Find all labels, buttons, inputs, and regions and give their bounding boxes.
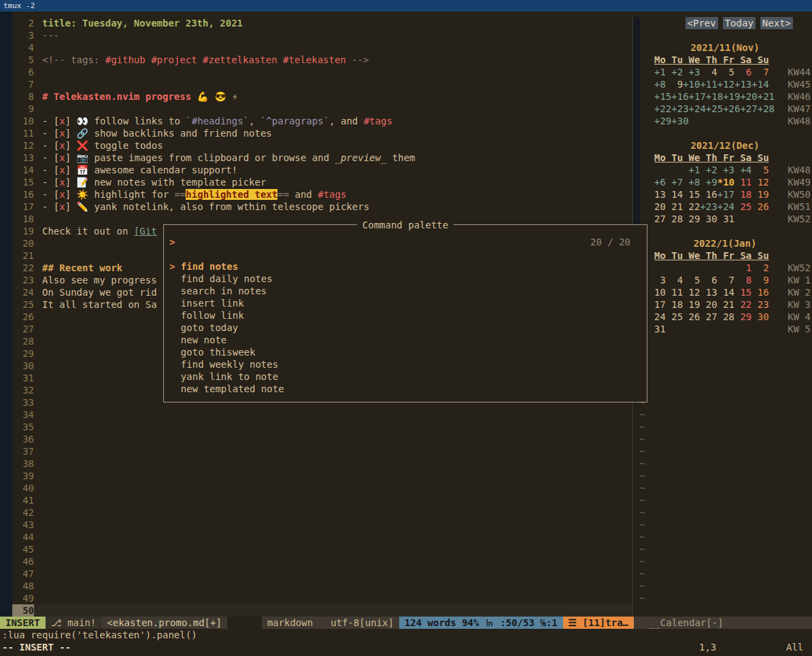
editor-line[interactable]: 12- [x] ❌ toggle todos — [12, 139, 632, 152]
palette-item[interactable]: follow link — [164, 309, 647, 322]
line-number: 10 — [12, 115, 34, 127]
calendar-days[interactable]: 1 2 — [654, 262, 769, 274]
calendar-days[interactable]: 24 25 26 27 28 29 30 — [654, 311, 769, 323]
editor-line[interactable]: 46 — [12, 555, 632, 568]
editor-line[interactable]: 34 — [12, 409, 632, 421]
calendar-week-row[interactable]: 27 28 29 30 31KW52 — [638, 213, 812, 225]
prev-button[interactable]: <Prev — [686, 17, 718, 29]
editor-line[interactable]: 10- [x] 👀 follow links to `#headings`, `… — [12, 115, 632, 127]
calendar-week-row[interactable]: 13 14 15 16+17 18 19KW50 — [638, 188, 812, 201]
editor-line[interactable]: 18 — [12, 213, 632, 225]
palette-item[interactable]: yank link to note — [164, 370, 647, 383]
editor-line[interactable]: 39 — [12, 470, 632, 482]
editor-line[interactable]: 16- [x] ☀️ highlight for ==highlighted t… — [12, 188, 632, 201]
line-number: 5 — [12, 54, 34, 66]
line-number: 27 — [12, 323, 34, 335]
editor-line[interactable]: 36 — [12, 433, 632, 445]
today-button[interactable]: Today — [723, 17, 756, 29]
palette-item[interactable]: > find notes — [164, 260, 647, 273]
calendar-days[interactable]: 13 14 15 16+17 18 19 — [654, 188, 769, 201]
palette-item-label: goto thisweek — [181, 347, 256, 358]
text-segment: 4 5 — [700, 67, 734, 77]
calendar-week-row[interactable]: +1 +2 +3 +4 5KW48 — [638, 164, 812, 176]
editor-line[interactable]: 2title: Tuesday, November 23th, 2021 — [12, 17, 632, 29]
calendar-week-row[interactable]: 3 4 5 6 7 8 9KW 1 — [638, 274, 812, 286]
calendar-days[interactable]: +15+16+17+18+19+20+21 — [654, 90, 775, 103]
item-indent — [169, 359, 181, 370]
calendar-week-row[interactable]: +15+16+17+18+19+20+21KW46 — [638, 90, 812, 103]
calendar-days[interactable]: +22+23+24+25+26+27+28 — [654, 103, 775, 115]
palette-item[interactable]: search in notes — [164, 285, 647, 297]
editor-line[interactable]: 3--- — [12, 29, 632, 41]
calendar-week-row[interactable]: +6 +7 +8 +9*10 11 12KW49 — [638, 176, 812, 188]
editor-line[interactable]: 5<!-- tags: #github #project #zettelkast… — [12, 54, 632, 66]
editor-line[interactable]: 50 — [12, 604, 632, 617]
calendar-days[interactable]: 17 18 19 20 21 22 23 — [654, 298, 769, 311]
empty-line-tilde: ~ — [638, 445, 812, 458]
editor-line[interactable]: 4 — [12, 41, 632, 54]
calendar-days[interactable]: 10 11 12 13 14 15 16 — [654, 286, 769, 298]
editor-line[interactable]: 37 — [12, 445, 632, 458]
line-text: It all started on Sa — [42, 298, 157, 311]
editor-line[interactable]: 6 — [12, 66, 632, 78]
calendar-days[interactable]: 31 — [654, 323, 666, 335]
palette-item[interactable]: goto today — [164, 322, 647, 334]
editor-line[interactable]: 7 — [12, 78, 632, 90]
editor-line[interactable]: 11- [x] 🔗 show backlinks and friend note… — [12, 127, 632, 139]
palette-item[interactable]: insert link — [164, 297, 647, 309]
palette-item[interactable]: goto thisweek — [164, 346, 647, 358]
text-segment: 13 14 15 16 — [654, 189, 717, 200]
command-line[interactable]: :lua require('telekasten').panel() — [0, 629, 812, 641]
calendar-week-row[interactable]: +22+23+24+25+26+27+28KW47 — [638, 103, 812, 115]
palette-prompt[interactable]: > 20 / 20 — [164, 236, 647, 248]
calendar-week-row[interactable]: 1 2KW52 — [638, 262, 812, 274]
calendar-days[interactable]: 3 4 5 6 7 8 9 — [654, 274, 769, 286]
calendar-days[interactable]: +1 +2 +3 +4 5 — [654, 164, 769, 176]
calendar-week-row[interactable]: 20 21 22+23+24 25 26KW51 — [638, 201, 812, 213]
calendar-days[interactable]: 27 28 29 30 31 — [654, 213, 734, 225]
text-segment: x — [59, 165, 65, 175]
calendar-week-row[interactable]: 31KW 5 — [638, 323, 812, 335]
palette-item[interactable]: find weekly notes — [164, 358, 647, 370]
calendar-week-row[interactable]: +1 +2 +3 4 5 6 7KW44 — [638, 66, 812, 78]
mode-indicator: INSERT — [0, 617, 46, 629]
empty-line-tilde: ~ — [638, 494, 812, 506]
palette-item[interactable]: new templated note — [164, 383, 647, 395]
next-button[interactable]: Next> — [760, 17, 793, 29]
editor-line[interactable]: 17- [x] ✏️ yank notelink, also from wthi… — [12, 201, 632, 213]
line-number: 22 — [12, 262, 34, 274]
calendar-days[interactable]: 20 21 22+23+24 25 26 — [654, 201, 769, 213]
editor-line[interactable]: 44 — [12, 531, 632, 543]
calendar-days[interactable]: +1 +2 +3 4 5 6 7 — [654, 66, 769, 78]
editor-line[interactable]: 35 — [12, 421, 632, 433]
calendar-week-row[interactable]: +8 9+10+11+12+13+14KW45 — [638, 78, 812, 90]
calendar-days[interactable]: +6 +7 +8 +9*10 11 12 — [654, 176, 769, 188]
editor-line[interactable]: 48 — [12, 580, 632, 592]
editor-line[interactable]: 43 — [12, 519, 632, 531]
text-segment: 2 — [751, 262, 768, 273]
editor-line[interactable]: 49 — [12, 592, 632, 604]
editor-line[interactable]: 15- [x] 📝 new notes with template picker — [12, 176, 632, 188]
editor-line[interactable]: 42 — [12, 506, 632, 519]
calendar-week-row[interactable]: 10 11 12 13 14 15 16KW 2 — [638, 286, 812, 298]
editor-line[interactable]: 8# Telekasten.nvim progress 💪 😎 ⚡ — [12, 90, 632, 103]
palette-item[interactable]: find daily notes — [164, 273, 647, 285]
git-branch-name: main! — [67, 617, 96, 628]
text-segment: +1 +2 +3 +4 — [689, 165, 752, 175]
editor-line[interactable]: 38 — [12, 458, 632, 470]
editor-line[interactable]: 41 — [12, 494, 632, 506]
editor-line[interactable]: 13- [x] 📷 paste images from clipboard or… — [12, 152, 632, 164]
palette-item[interactable]: new note — [164, 334, 647, 346]
text-segment: +22+23+24+25+26+27+28 — [654, 103, 775, 114]
editor-line[interactable]: 47 — [12, 568, 632, 580]
calendar-days[interactable]: +8 9+10+11+12+13+14 — [654, 78, 769, 90]
calendar-days[interactable]: +29+30 — [654, 115, 689, 127]
editor-line[interactable]: 9 — [12, 103, 632, 115]
calendar-week-row[interactable]: 24 25 26 27 28 29 30KW 4 — [638, 311, 812, 323]
editor-line[interactable]: 45 — [12, 543, 632, 555]
calendar-week-row[interactable]: +29+30KW48 — [638, 115, 812, 127]
editor-line[interactable]: 14- [x] 📅 awesome calendar support! — [12, 164, 632, 176]
calendar-week-row[interactable]: 17 18 19 20 21 22 23KW 3 — [638, 298, 812, 311]
editor-line[interactable]: 40 — [12, 482, 632, 494]
line-number: 42 — [12, 506, 34, 519]
